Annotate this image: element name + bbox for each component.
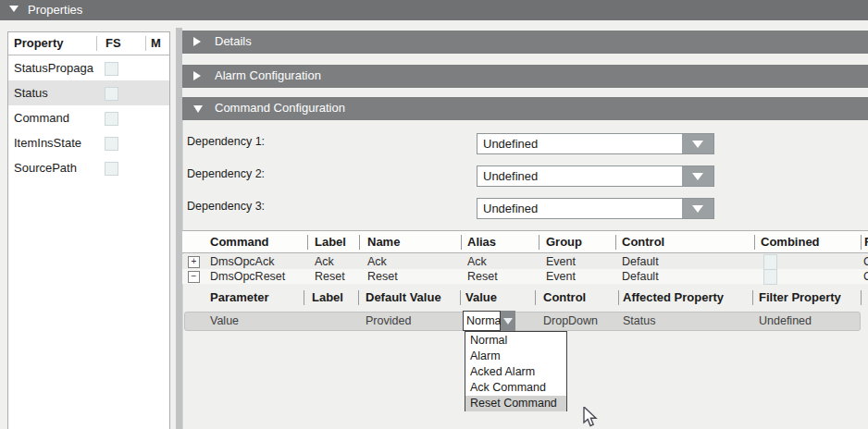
- collapse-triangle-icon[interactable]: [9, 6, 19, 12]
- col-fs: FS: [105, 36, 121, 50]
- fs-checkbox[interactable]: [105, 112, 118, 126]
- dependency3-label: Dependency 3:: [187, 200, 265, 213]
- header-divider[interactable]: [96, 36, 97, 51]
- clipped-cell-fragment: C: [863, 270, 868, 283]
- fs-checkbox[interactable]: [105, 87, 118, 101]
- dropdown-button[interactable]: [682, 134, 713, 153]
- collapse-arrow-icon: [193, 105, 203, 113]
- value-combobox-field[interactable]: Normal: [463, 311, 501, 331]
- option-ack-command[interactable]: Ack Command: [465, 380, 566, 396]
- col-property: Property: [14, 36, 63, 50]
- table-row-dmsopcack[interactable]: + DmsOpcAck Ack Ack Ack Event Default C: [182, 254, 868, 269]
- expand-plus-icon[interactable]: +: [188, 256, 200, 268]
- expand-arrow-icon: [193, 71, 201, 80]
- option-reset-command[interactable]: Reset Command: [465, 396, 566, 411]
- col-m: M: [151, 36, 161, 50]
- fs-checkbox[interactable]: [105, 162, 118, 176]
- titlebar: Properties: [0, 0, 868, 20]
- section-alarm-configuration[interactable]: Alarm Configuration: [182, 65, 868, 88]
- combined-checkbox[interactable]: [763, 254, 777, 270]
- sidebar-item-iteminsstate[interactable]: ItemInsState: [8, 130, 169, 155]
- table-row-dmsopcreset[interactable]: − DmsOpcReset Reset Reset Reset Event De…: [182, 269, 868, 284]
- chevron-down-icon: [692, 173, 703, 180]
- dropdown-button[interactable]: [501, 311, 515, 331]
- sidebar-item-status[interactable]: Status: [8, 80, 169, 105]
- dependency2-combobox[interactable]: Undefined: [477, 165, 714, 187]
- parameter-table: Parameter Label Default Value Value Cont…: [182, 287, 868, 311]
- parameter-table-header: Parameter Label Default Value Value Cont…: [182, 287, 868, 310]
- command-table: Command Label Name Alias Group Control C…: [182, 230, 868, 285]
- fs-checkbox[interactable]: [105, 137, 118, 151]
- fs-checkbox[interactable]: [105, 62, 118, 76]
- option-acked-alarm[interactable]: Acked Alarm: [465, 364, 566, 380]
- panel-title: Properties: [28, 3, 82, 17]
- combined-checkbox[interactable]: [763, 269, 777, 285]
- command-table-header: Command Label Name Alias Group Control C…: [182, 230, 868, 253]
- property-grid-header: Property FS M: [8, 32, 169, 55]
- header-divider[interactable]: [145, 36, 146, 51]
- sidebar-item-statuspropagation[interactable]: StatusPropaga: [8, 55, 169, 80]
- option-alarm[interactable]: Alarm: [465, 349, 566, 364]
- properties-panel: Properties Property FS M StatusPropaga S…: [0, 0, 868, 429]
- splitter-handle[interactable]: [176, 28, 182, 429]
- clipped-column-fragment: F: [864, 235, 868, 249]
- dropdown-button[interactable]: [682, 199, 713, 218]
- value-dropdown-popup: Normal Alarm Acked Alarm Ack Command Res…: [465, 331, 567, 411]
- value-combobox[interactable]: Normal: [463, 311, 515, 331]
- dependency3-combobox[interactable]: Undefined: [477, 198, 714, 219]
- property-grid: Property FS M StatusPropaga Status Comma…: [7, 31, 170, 429]
- expand-arrow-icon: [193, 37, 201, 46]
- chevron-down-icon: [692, 205, 703, 213]
- section-command-configuration[interactable]: Command Configuration: [182, 97, 868, 120]
- collapse-minus-icon[interactable]: −: [188, 271, 200, 283]
- chevron-down-icon: [503, 318, 513, 325]
- sidebar-item-command[interactable]: Command: [8, 105, 169, 130]
- dependency1-label: Dependency 1:: [187, 135, 265, 148]
- dropdown-button[interactable]: [682, 166, 713, 186]
- option-normal[interactable]: Normal: [465, 333, 566, 349]
- dependency2-label: Dependency 2:: [187, 167, 265, 180]
- mouse-cursor-icon: [581, 407, 601, 429]
- dependency1-combobox[interactable]: Undefined: [477, 133, 714, 154]
- chevron-down-icon: [692, 141, 703, 148]
- section-details[interactable]: Details: [182, 31, 868, 54]
- clipped-cell-fragment: C: [863, 255, 868, 268]
- sidebar-item-sourcepath[interactable]: SourcePath: [8, 155, 169, 180]
